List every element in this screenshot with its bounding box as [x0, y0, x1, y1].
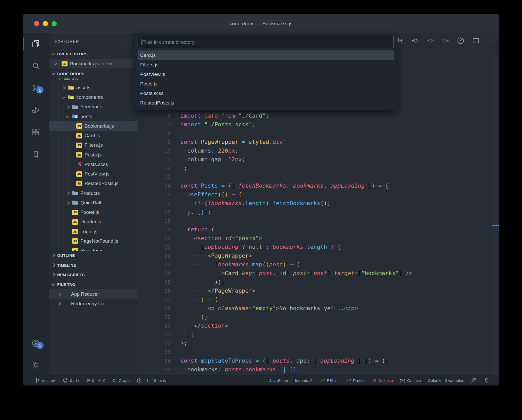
tree-item-register-js[interactable]: JSRegister.js — [49, 246, 138, 251]
chevron-right-icon[interactable] — [57, 292, 61, 296]
quick-open-item[interactable]: Posts.js — [138, 79, 394, 89]
section-npm-scripts[interactable]: NPM SCRIPTS — [49, 270, 138, 280]
code-area[interactable]: 6import·Card·from·"./Card";7import·"./Po… — [138, 111, 492, 375]
quick-open-item[interactable]: Posts.scss — [138, 89, 394, 98]
status-label: 0↓ 1↑ — [70, 378, 79, 383]
tree-item-bookmarks-js[interactable]: JSBookmarks.js — [49, 121, 138, 131]
compare-changes-icon[interactable] — [396, 37, 404, 45]
explorer-more-icon[interactable]: ··· — [125, 38, 132, 45]
tree-item-card-js[interactable]: JSCard.js — [49, 131, 138, 141]
code-text: ········</PageWrapper> — [180, 286, 255, 295]
more-actions-icon[interactable]: ··· — [487, 37, 495, 45]
gear-icon[interactable] — [27, 358, 45, 372]
tree-item-components[interactable]: components — [49, 93, 138, 102]
project-root-section[interactable]: CODE-DROPS — [49, 69, 138, 78]
search-icon[interactable] — [27, 59, 45, 73]
status-label: ESLint — [327, 378, 339, 383]
status-prettier[interactable]: ✓✓Prettier — [346, 378, 366, 383]
file-tag-item[interactable]: Redux entry file — [49, 299, 138, 309]
chevron-right-icon[interactable] — [62, 86, 65, 90]
quick-open-item[interactable]: Card.js — [138, 50, 394, 60]
status-colorize-0-variables[interactable]: Colorize: 0 variables — [428, 378, 464, 383]
chevron-down-icon[interactable] — [66, 114, 70, 118]
extensions-icon[interactable] — [27, 126, 45, 139]
status-git-graph[interactable]: Git Graph — [112, 378, 130, 383]
chevron-down-icon[interactable] — [62, 95, 65, 99]
quick-open-item[interactable]: RelatedPosts.js — [138, 98, 394, 108]
tree-item-postview-js[interactable]: JSPostView.js — [49, 169, 138, 179]
status-0-1-[interactable]: 0↓ 1↑ — [63, 378, 79, 383]
tree-item-assets[interactable]: assets — [49, 83, 138, 92]
status-1-hr-19-mins[interactable]: 1 hr 19 mins — [137, 378, 166, 383]
code-text: `; — [180, 164, 187, 173]
tree-item-label: Products — [80, 190, 100, 196]
feedback-icon — [471, 378, 477, 383]
status-indents-0[interactable]: Indents: 0 — [295, 378, 313, 383]
tree-item-products[interactable]: Products — [49, 188, 138, 198]
quick-open-input[interactable]: Files in current directory: — [138, 36, 394, 48]
run-debug-icon[interactable] — [27, 103, 45, 117]
code-text: const·Posts·=·({·fetchBookmarks,·bookmar… — [180, 181, 389, 190]
split-editor-icon[interactable] — [472, 37, 480, 45]
open-editors-section[interactable]: OPEN EDITORS — [49, 49, 138, 59]
status-master-[interactable]: master* — [35, 378, 56, 383]
folder-posts-icon — [72, 114, 78, 119]
tree-item-feedback[interactable]: Feedback — [49, 102, 138, 112]
tree-item-header-js[interactable]: JSHeader.js — [49, 217, 138, 227]
section-timeline[interactable]: TIMELINE — [49, 260, 138, 270]
tree-item-relatedposts-js[interactable]: JSRelatedPosts.js — [49, 179, 138, 188]
checks-icon: ✓✓ — [319, 378, 325, 383]
tree-item-label: components — [76, 94, 103, 100]
quick-open-placeholder: Files in current directory: — [142, 39, 196, 45]
status-eslint[interactable]: ✓✓ESLint — [319, 378, 339, 383]
tree-item-posts-js[interactable]: JSPosts.js — [49, 150, 138, 160]
chevron-right-icon[interactable] — [66, 191, 70, 195]
scrollbar[interactable] — [492, 59, 499, 375]
open-editor-item[interactable]: × JS Bookmarks.js src/co... — [49, 59, 138, 68]
close-window-button[interactable] — [34, 21, 39, 26]
code-line: 15··useEffect(()·⇒·{ — [138, 190, 492, 199]
tree-item-posts-scss[interactable]: SPosts.scss — [49, 160, 138, 169]
trash-icon[interactable] — [128, 291, 134, 297]
status-go-live[interactable]: Go Live — [400, 378, 421, 383]
pencil-icon[interactable] — [118, 291, 124, 297]
files-icon[interactable] — [27, 37, 45, 50]
minimize-window-button[interactable] — [43, 21, 48, 26]
close-icon[interactable]: × — [54, 61, 59, 67]
chevron-right-icon — [52, 263, 55, 267]
nav-position-icon[interactable] — [426, 37, 434, 45]
tree-item-pagenotfound-js[interactable]: JSPageNotFound.js — [49, 236, 138, 246]
js-icon: JS — [76, 152, 82, 157]
chevron-right-icon[interactable] — [57, 302, 61, 305]
status-0[interactable]: ⊗0⚠0 — [86, 378, 105, 383]
code-text: ··return·( — [180, 225, 214, 234]
status-javascript[interactable]: JavaScript — [269, 378, 288, 383]
chevron-right-icon[interactable] — [66, 105, 70, 109]
status-bell[interactable] — [484, 378, 490, 383]
indent-guide — [63, 102, 63, 250]
status-feedback[interactable] — [471, 378, 477, 383]
section-outline[interactable]: OUTLINE — [49, 251, 138, 260]
tree-item-posts[interactable]: posts — [49, 112, 138, 121]
tree-item-label: assets — [76, 85, 90, 91]
maximize-window-button[interactable] — [52, 21, 57, 26]
code-line: 11··column-gap:·12px; — [138, 155, 492, 164]
quick-open-item[interactable]: Filters.js — [138, 60, 394, 69]
nav-forward-icon[interactable] — [441, 37, 450, 45]
tree-item-quickball[interactable]: QuickBall — [49, 198, 138, 207]
account-icon[interactable]: 1 — [27, 337, 45, 350]
file-tag-item[interactable]: App Reducer — [49, 289, 138, 299]
tree-item-filters-js[interactable]: JSFilters.js — [49, 141, 138, 150]
code-line: 21······{appLoading·?·null·:·bookmarks.l… — [138, 243, 492, 251]
folder-components-icon — [68, 95, 74, 100]
status-colorize[interactable]: ⊘Colorize — [373, 378, 393, 383]
chevron-right-icon[interactable] — [66, 201, 70, 205]
source-control-icon[interactable]: 1 — [27, 81, 45, 95]
bookmark-icon[interactable] — [27, 148, 45, 161]
nav-back-icon[interactable] — [411, 37, 419, 45]
quick-open-item[interactable]: PostView.js — [138, 69, 394, 79]
tree-item-login-js[interactable]: JSLogin.js — [49, 227, 138, 236]
timer-icon[interactable] — [457, 37, 465, 45]
tree-item-footer-js[interactable]: JSFooter.js — [49, 208, 138, 217]
section-file-tag[interactable]: FILE TAG — [49, 280, 138, 290]
